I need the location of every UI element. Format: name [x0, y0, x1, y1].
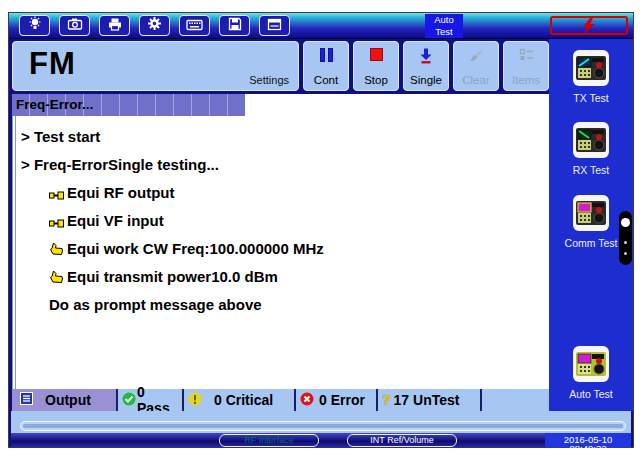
sidebar-scroll-indicator[interactable]	[619, 211, 632, 265]
output-icon	[20, 392, 33, 408]
auto-test-icon	[572, 369, 610, 386]
tab-freq-error[interactable]: Freq-Error...	[12, 94, 245, 116]
scroll-dot	[624, 252, 627, 255]
log-line: > Freq-ErrorSingle testing...	[16, 151, 549, 179]
hand-icon	[49, 240, 67, 257]
error-count: 0 Error	[319, 392, 365, 408]
horizontal-scrollbar[interactable]	[20, 421, 626, 431]
mode-indicator: Auto Test	[425, 14, 463, 38]
cont-button[interactable]: Cont	[303, 41, 349, 91]
checklist-icon	[519, 48, 534, 66]
sidebar-item-rx-test[interactable]: RX Test	[549, 121, 633, 176]
save-icon	[228, 17, 242, 35]
brush-icon	[468, 48, 484, 67]
log-line-text: Equi RF output	[67, 184, 174, 201]
sidebar-item-label: RX Test	[549, 164, 633, 176]
header: FM Settings Cont Stop Single	[12, 41, 549, 91]
log-line-text: Equi work CW Freq:100.000000 MHz	[67, 240, 324, 257]
log-line: Equi RF output	[16, 179, 549, 207]
scrollbar-thumb[interactable]	[23, 424, 623, 428]
items-button-label-clear: Clear	[462, 74, 489, 86]
stop-button-label: Stop	[364, 74, 388, 86]
bottom-bar: RF Interface INT Ref/Volume 2016-05-10 0…	[11, 433, 631, 448]
log-line-text: Equi VF input	[67, 212, 164, 229]
measurement-panel[interactable]: FM Settings	[12, 41, 299, 91]
items-button[interactable]: Items	[503, 41, 549, 91]
camera-icon	[67, 17, 83, 35]
log-line-text: Equi transmit power10.0 dBm	[67, 268, 278, 285]
lamp-button[interactable]	[19, 15, 50, 36]
scroll-position-dot	[621, 218, 630, 227]
time-label: 08:49:32	[545, 445, 631, 452]
plug-icon	[49, 184, 67, 201]
mode-line2: Test	[425, 26, 463, 38]
single-button[interactable]: Single	[403, 41, 449, 91]
tx-test-icon	[572, 73, 610, 90]
single-arrow-icon	[419, 48, 433, 68]
items-button-label: Items	[512, 74, 540, 86]
stop-icon	[370, 48, 383, 61]
critical-icon	[188, 392, 202, 409]
page-title: FM	[29, 46, 76, 82]
lamp-icon	[27, 16, 43, 35]
log-line: > Test start	[16, 123, 549, 151]
settings-label[interactable]: Settings	[249, 74, 289, 86]
scroll-dot	[624, 241, 627, 244]
comm-test-icon	[572, 218, 610, 235]
top-toolbar: Auto Test	[9, 13, 633, 39]
log-line: Equi transmit power10.0 dBm	[16, 263, 549, 291]
sidebar-item-label: Auto Test	[549, 388, 633, 400]
rf-interface-button[interactable]: RF Interface	[219, 434, 319, 447]
screenshot-button[interactable]	[59, 15, 90, 36]
error-icon	[300, 392, 314, 409]
untest-counter: ? 17 UnTest	[378, 389, 482, 411]
battery-charging-icon	[550, 16, 628, 35]
date-label: 2016-05-10	[545, 436, 631, 443]
pass-icon	[122, 392, 136, 409]
untest-icon: ?	[382, 392, 391, 408]
sidebar: TX Test RX Test	[549, 39, 633, 411]
untest-count: 17 UnTest	[394, 392, 460, 408]
cont-button-label: Cont	[314, 74, 338, 86]
datetime-display: 2016-05-10 08:49:32	[545, 433, 631, 448]
keyboard-icon	[186, 17, 203, 35]
clear-button[interactable]: Clear	[453, 41, 499, 91]
sidebar-item-tx-test[interactable]: TX Test	[549, 49, 633, 104]
pass-counter: 0 Pass	[118, 389, 184, 411]
settings-button[interactable]	[139, 15, 170, 36]
test-log[interactable]: > Test start > Freq-ErrorSingle testing.…	[12, 116, 549, 389]
pause-icon	[320, 48, 333, 62]
gear-icon	[147, 16, 162, 35]
sidebar-item-auto-test[interactable]: Auto Test	[549, 345, 633, 400]
int-ref-volume-button[interactable]: INT Ref/Volume	[347, 434, 457, 447]
output-label: Output	[45, 392, 91, 408]
error-counter: 0 Error	[296, 389, 378, 411]
sidebar-item-label: TX Test	[549, 92, 633, 104]
scroll-zone	[11, 411, 631, 433]
log-line: Equi work CW Freq:100.000000 MHz	[16, 235, 549, 263]
single-button-label: Single	[410, 74, 442, 86]
rx-test-icon	[572, 145, 610, 162]
tab-strip: Freq-Error...	[12, 94, 549, 116]
save-button[interactable]	[219, 15, 250, 36]
mode-line1: Auto	[425, 14, 463, 26]
print-button[interactable]	[99, 15, 130, 36]
window-button[interactable]	[259, 15, 290, 36]
keyboard-button[interactable]	[179, 15, 210, 36]
output-tab[interactable]: Output	[12, 389, 118, 411]
printer-icon	[107, 17, 123, 35]
hand-icon	[49, 268, 67, 285]
stop-button[interactable]: Stop	[353, 41, 399, 91]
critical-count: 0 Critical	[214, 392, 273, 408]
plug-icon	[49, 212, 67, 229]
critical-counter: 0 Critical	[184, 389, 296, 411]
status-bar: Output 0 Pass 0 Critical	[12, 389, 549, 411]
window-icon	[267, 17, 282, 35]
log-line: Equi VF input	[16, 207, 549, 235]
log-line: Do as prompt message above	[16, 291, 549, 319]
app-window: Auto Test FM Settings Cont Stop	[8, 12, 634, 448]
